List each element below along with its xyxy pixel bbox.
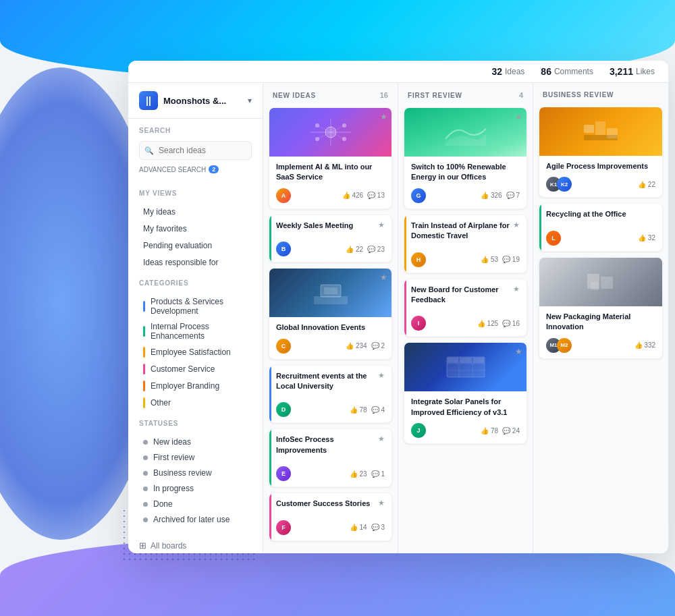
card-recruitment[interactable]: Recruitment events at the Local Universi… xyxy=(269,365,392,424)
card-footer: A 👍 426 💬 13 xyxy=(276,188,385,203)
status-archived[interactable]: Archived for later use xyxy=(132,512,259,527)
column-header-first-review: FIRST REVIEW 4 xyxy=(398,83,533,105)
card-body: New Board for Customer Feedback ★ I 👍 12… xyxy=(404,279,526,337)
status-in-progress[interactable]: In progress xyxy=(132,481,259,496)
bookmark-icon[interactable]: ★ xyxy=(378,435,385,443)
bookmark-icon[interactable]: ★ xyxy=(380,112,387,121)
sidebar-item-my-favorites[interactable]: My favorites xyxy=(132,221,259,237)
card-stats: 👍 78 💬 24 xyxy=(481,427,520,435)
category-other[interactable]: Other xyxy=(132,395,259,411)
bookmark-icon[interactable]: ★ xyxy=(515,347,522,356)
bookmark-icon[interactable]: ★ xyxy=(513,221,520,229)
avatar: D xyxy=(276,402,291,417)
category-employer[interactable]: Employer Branding xyxy=(132,378,259,394)
bookmark-icon[interactable]: ★ xyxy=(378,499,385,507)
bookmark-icon[interactable]: ★ xyxy=(378,371,385,380)
card-body: Implement AI & ML into our SaaS Service … xyxy=(269,157,392,208)
advanced-search-link[interactable]: ADVANCED SEARCH 2 xyxy=(139,165,252,173)
column-count: 16 xyxy=(380,91,388,99)
status-done[interactable]: Done xyxy=(132,497,259,511)
sidebar-item-ideas-responsible[interactable]: Ideas responsible for xyxy=(132,254,259,271)
likes-stat: 👍 125 xyxy=(477,320,498,327)
card-stats: 👍 78 💬 4 xyxy=(350,406,385,414)
card-customer-feedback[interactable]: New Board for Customer Feedback ★ I 👍 12… xyxy=(404,279,527,337)
card-accent xyxy=(404,279,406,337)
card-footer: J 👍 78 💬 24 xyxy=(411,423,520,438)
category-employee[interactable]: Employee Satisfaction xyxy=(132,344,259,360)
bookmark-icon[interactable]: ★ xyxy=(513,285,520,293)
card-recycling[interactable]: Recycling at the Office L 👍 32 xyxy=(539,203,663,251)
search-input[interactable] xyxy=(139,141,252,160)
likes-stat: 👍 234 xyxy=(346,342,367,349)
comments-stat: 💬 4 xyxy=(371,406,385,414)
column-business-review: BUSINESS REVIEW xyxy=(533,83,668,553)
avatar: G xyxy=(411,188,426,203)
column-header-business-review: BUSINESS REVIEW xyxy=(533,83,668,104)
card-footer: C 👍 234 💬 2 xyxy=(276,339,385,354)
category-color-dot xyxy=(143,301,145,312)
card-ai-ml[interactable]: ★ Implement AI & ML into our SaaS Servic… xyxy=(269,107,392,209)
search-box: 🔍 xyxy=(139,141,252,160)
bookmark-icon[interactable]: ★ xyxy=(380,273,387,282)
status-first-review[interactable]: First review xyxy=(132,450,259,465)
svg-rect-27 xyxy=(601,277,613,289)
column-cards-new-ideas: ★ Implement AI & ML into our SaaS Servic… xyxy=(263,105,398,553)
svg-rect-23 xyxy=(595,121,605,135)
statuses-label: STATUSES xyxy=(139,420,252,427)
status-dot xyxy=(143,455,148,460)
comments-stat: 💬 13 xyxy=(367,192,385,199)
column-count: 4 xyxy=(519,91,523,99)
card-footer: K1 K2 👍 22 xyxy=(546,177,655,192)
card-body: Weekly Sales Meeting ★ B 👍 22 💬 23 xyxy=(269,215,392,262)
stat-likes: 3,211 Likes xyxy=(610,66,655,77)
category-label: Employer Branding xyxy=(151,381,219,391)
likes-count: 3,211 xyxy=(610,66,633,77)
svg-rect-19 xyxy=(448,358,458,363)
card-packaging[interactable]: New Packaging Material Innovation M1 M2 … xyxy=(539,257,663,359)
card-innovation-events[interactable]: ★ Global Innovation Events C 👍 234 💬 2 xyxy=(269,268,392,359)
bookmark-icon[interactable]: ★ xyxy=(378,221,385,229)
sidebar-item-my-ideas[interactable]: My ideas xyxy=(132,204,259,220)
bookmark-icon[interactable]: ★ xyxy=(515,112,522,121)
category-label: Other xyxy=(151,398,171,408)
svg-rect-20 xyxy=(460,358,472,363)
card-customer-success[interactable]: Customer Success Stories ★ F 👍 14 💬 3 xyxy=(269,493,392,540)
card-infosec[interactable]: InfoSec Process Improvements ★ E 👍 23 💬 … xyxy=(269,428,392,487)
status-dot xyxy=(143,440,148,445)
category-products[interactable]: Products & Services Development xyxy=(132,294,259,318)
card-stats: 👍 426 💬 13 xyxy=(342,192,385,199)
avatar: M2 xyxy=(557,338,572,353)
sidebar-header[interactable]: || Moonshots &... ▾ xyxy=(128,83,263,119)
category-process[interactable]: Internal Process Enhancements xyxy=(132,319,259,343)
avatar: A xyxy=(276,188,291,203)
card-stats: 👍 53 💬 19 xyxy=(481,256,520,263)
card-stats: 👍 32 xyxy=(638,234,655,242)
status-new-ideas[interactable]: New ideas xyxy=(132,435,259,449)
category-customer[interactable]: Customer Service xyxy=(132,361,259,377)
status-business-review[interactable]: Business review xyxy=(132,466,259,480)
card-body: New Packaging Material Innovation M1 M2 … xyxy=(539,306,662,358)
my-views-label: MY VIEWS xyxy=(139,190,252,197)
app-title: Moonshots &... xyxy=(163,96,242,106)
likes-stat: 👍 426 xyxy=(342,192,363,199)
advanced-search-label: ADVANCED SEARCH xyxy=(139,166,206,173)
avatar: F xyxy=(276,520,291,535)
likes-stat: 👍 32 xyxy=(638,234,655,242)
card-renewable-energy[interactable]: ★ Switch to 100% Renewable Energy in our… xyxy=(404,107,527,209)
comments-stat: 💬 23 xyxy=(367,246,385,253)
app-logo: || xyxy=(139,91,158,110)
card-solar-panels[interactable]: ★ Integrate Solar Panels for Improved Ef… xyxy=(404,342,527,444)
card-stats: 👍 234 💬 2 xyxy=(346,342,385,349)
all-boards-button[interactable]: ⊞ All boards xyxy=(128,535,263,553)
card-agile-process[interactable]: Agile Process Improvements K1 K2 👍 22 xyxy=(539,107,663,198)
category-label: Internal Process Enhancements xyxy=(151,322,248,341)
stat-comments: 86 Comments xyxy=(541,66,593,77)
comments-label: Comments xyxy=(554,67,593,76)
card-sales-meeting[interactable]: Weekly Sales Meeting ★ B 👍 22 💬 23 xyxy=(269,215,392,262)
card-stats: 👍 326 💬 7 xyxy=(481,192,520,199)
card-train-travel[interactable]: Train Instead of Airplane for Domestic T… xyxy=(404,215,527,273)
sidebar-item-pending-evaluation[interactable]: Pending evaluation xyxy=(132,237,259,254)
card-stats: 👍 23 💬 1 xyxy=(350,470,385,478)
svg-rect-22 xyxy=(584,125,594,133)
comments-stat: 💬 3 xyxy=(371,524,385,531)
